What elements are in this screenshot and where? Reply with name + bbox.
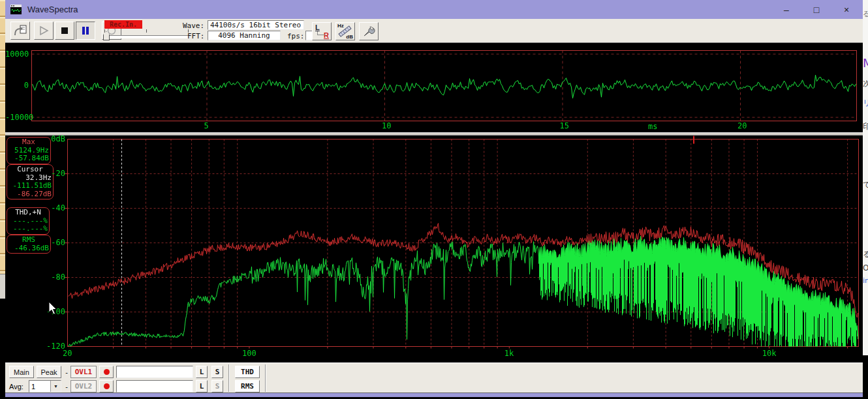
slider-tick — [146, 29, 147, 33]
axis-tick-label: 1k — [504, 349, 514, 357]
axis-tick-label: -40 — [5, 204, 65, 212]
axis-tick-label: 10k — [762, 349, 777, 357]
lr-step-glyph — [317, 31, 325, 35]
dash-separator: - — [64, 380, 69, 392]
open-file-icon — [13, 24, 27, 37]
main-button[interactable]: Main — [9, 366, 34, 378]
background-glyph: 印 — [863, 121, 868, 132]
pause-button[interactable] — [76, 22, 95, 40]
titlebar: WaveSpectra – □ × — [5, 0, 863, 19]
waveform-plot — [5, 43, 863, 132]
db-label: dB — [346, 34, 353, 40]
background-right-strip: るM次リ印でるOin — [863, 0, 868, 355]
wavespectra-window: WaveSpectra – □ × — [5, 0, 863, 397]
hz-label: Hz — [337, 23, 344, 29]
axis-tick-label: -20 — [5, 170, 65, 177]
ovl2-save-button[interactable]: S — [211, 380, 223, 392]
background-glyph: M — [863, 56, 868, 70]
wave-value-field[interactable]: 44100s/s 16bit Stereo — [208, 20, 304, 30]
minimize-button[interactable]: – — [771, 0, 801, 19]
wave-label: Wave: — [183, 22, 204, 30]
cursor-level2: -86.27dB — [8, 190, 52, 199]
channel-lr-button[interactable]: L R — [312, 22, 332, 40]
stop-button[interactable] — [55, 22, 74, 40]
fft-label: FFT: — [187, 32, 205, 40]
stop-icon — [60, 26, 69, 35]
ovl2-button[interactable]: OVL2 — [70, 380, 97, 392]
axis-tick-label: 20 — [63, 349, 72, 357]
wrench-icon — [362, 24, 376, 38]
thd-line2: ---.---% — [8, 225, 48, 233]
record-dot-icon — [104, 383, 110, 389]
chevron-down-icon[interactable]: ▼ — [50, 381, 61, 392]
open-file-button[interactable] — [10, 22, 30, 40]
axis-tick-label: -80 — [5, 273, 65, 281]
axis-tick-label: 5 — [204, 122, 209, 130]
axis-tick-label: 0dB — [5, 135, 65, 143]
slider-track[interactable] — [104, 35, 189, 38]
dash-separator: - — [64, 366, 69, 378]
window-title: WaveSpectra — [27, 5, 78, 14]
background-glyph: 次 — [863, 78, 868, 89]
background-gray-box — [0, 274, 5, 299]
axis-tick-label: -60 — [5, 239, 65, 246]
peak-button[interactable]: Peak — [37, 366, 61, 378]
client-area: 100000-100005101520ms Max 5124.9Hz -57.8… — [5, 43, 863, 362]
axis-tick-label: -10000 — [5, 113, 29, 121]
channel-l-label: L — [315, 23, 320, 31]
axis-tick-label: -120 — [5, 342, 65, 350]
background-glyph: in — [863, 276, 868, 285]
background-glyph: る — [863, 9, 868, 19]
background-glyph: リ — [863, 98, 868, 109]
axis-tick-label: 10000 — [5, 50, 29, 58]
play-button[interactable] — [34, 22, 54, 40]
background-spreadsheet-cells — [0, 0, 5, 274]
settings-button[interactable] — [359, 22, 379, 40]
ovl2-name-field[interactable] — [116, 380, 193, 392]
axis-tick-label: 0 — [5, 81, 29, 89]
ovl1-load-button[interactable]: L — [196, 366, 208, 378]
axis-tick-label: ms — [648, 123, 657, 130]
background-glyph: で — [863, 179, 868, 190]
rec-in-indicator: Rec.In. — [104, 20, 142, 29]
screen: るM次リ印でるOin WaveSpectra – □ × — [0, 0, 868, 399]
ovl1-name-field[interactable] — [116, 366, 193, 378]
ovl1-button[interactable]: OVL1 — [70, 366, 97, 378]
max-level: -57.84dB — [8, 155, 49, 163]
maximize-button[interactable]: □ — [801, 0, 831, 19]
slider-thumb[interactable] — [103, 31, 110, 40]
ovl1-save-button[interactable]: S — [211, 366, 223, 378]
window-bottom-border — [5, 392, 863, 397]
bottom-control-bar: Main Peak - OVL1 L S Avg: 1 ▼ - OVL2 L S… — [5, 362, 863, 392]
play-icon — [38, 25, 50, 37]
fft-value-field[interactable]: 4096 Hanning — [208, 31, 281, 40]
close-button[interactable]: × — [831, 0, 861, 19]
ovl2-record-button[interactable] — [99, 380, 114, 392]
pause-icon — [81, 26, 90, 35]
toolbar: Rec.In. Wave: 44100s/s 16bit Stereo FFT:… — [5, 19, 863, 43]
position-slider[interactable] — [103, 29, 191, 41]
axis-tick-label: 100 — [242, 349, 256, 357]
separator — [265, 364, 266, 392]
rms-button[interactable]: RMS — [235, 380, 260, 392]
separator — [228, 364, 230, 392]
app-icon — [10, 5, 22, 14]
spectrum-plot[interactable] — [5, 136, 863, 362]
background-left-strip — [0, 0, 5, 399]
avg-value: 1 — [29, 381, 50, 392]
waveform-panel: 100000-100005101520ms — [5, 43, 863, 132]
spectrum-panel: Max 5124.9Hz -57.84dB Cursor 32.3Hz -111… — [5, 136, 863, 362]
avg-select[interactable]: 1 ▼ — [29, 380, 61, 392]
avg-label: Avg: — [9, 380, 29, 392]
ovl1-record-button[interactable] — [99, 366, 114, 378]
thd-button[interactable]: THD — [235, 366, 260, 378]
hz-db-scale-button[interactable]: Hz dB — [335, 22, 355, 40]
background-glyph: O — [863, 263, 868, 273]
axis-tick-label: 15 — [560, 122, 569, 130]
cursor-level1: -111.51dB — [8, 182, 52, 190]
axis-tick-label: 10 — [382, 122, 391, 130]
mouse-cursor — [48, 301, 57, 315]
axis-tick-label: 20 — [737, 122, 747, 130]
ovl2-load-button[interactable]: L — [196, 380, 208, 392]
slider-tick — [104, 29, 105, 33]
